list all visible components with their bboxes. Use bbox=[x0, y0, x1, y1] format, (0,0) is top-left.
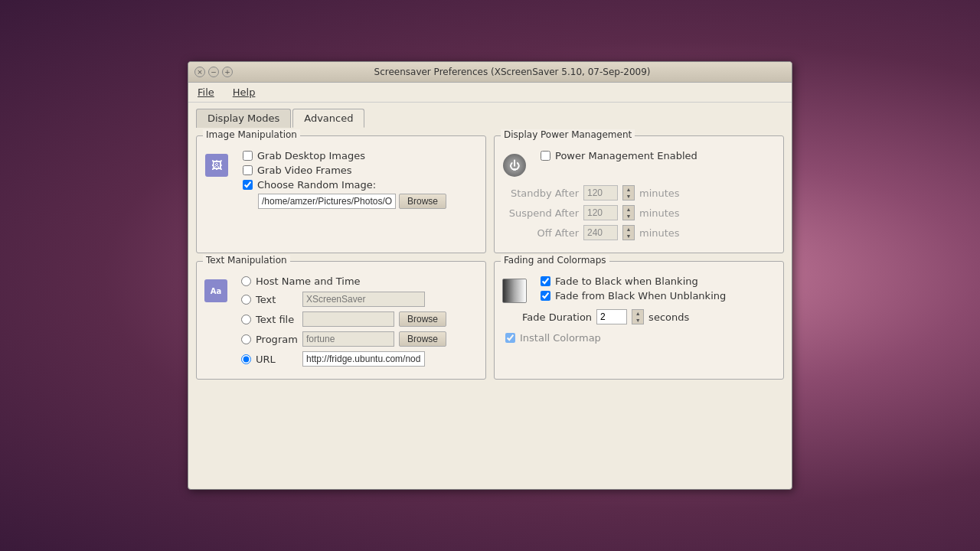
grab-desktop-checkbox[interactable] bbox=[243, 151, 253, 161]
text-input[interactable] bbox=[302, 292, 425, 307]
tab-display-modes[interactable]: Display Modes bbox=[196, 109, 291, 128]
off-down[interactable]: ▼ bbox=[623, 233, 634, 240]
off-up[interactable]: ▲ bbox=[623, 226, 634, 233]
choose-random-row: Choose Random Image: bbox=[243, 179, 446, 191]
text-options: Host Name and Time Text Text file Browse bbox=[241, 276, 478, 371]
text-manipulation-group: Text Manipulation Aa Host Name and Time … bbox=[196, 261, 486, 380]
fading-icon-area: Fade to Black when Blanking Fade from Bl… bbox=[502, 276, 776, 305]
install-colormap-checkbox[interactable] bbox=[505, 333, 515, 343]
power-enabled-checkbox[interactable] bbox=[541, 151, 550, 161]
off-row: Off After ▲ ▼ minutes bbox=[502, 225, 776, 240]
fade-from-black-checkbox[interactable] bbox=[541, 291, 550, 301]
standby-input[interactable] bbox=[583, 185, 618, 201]
fade-duration-row: Fade Duration ▲ ▼ seconds bbox=[522, 309, 776, 324]
fade-duration-label: Fade Duration bbox=[522, 311, 592, 323]
grab-desktop-row: Grab Desktop Images bbox=[243, 150, 446, 161]
image-icon: 🖼 bbox=[204, 153, 229, 178]
image-path-row: Browse bbox=[258, 194, 446, 209]
grab-video-row: Grab Video Frames bbox=[243, 165, 446, 176]
main-window: × − + Screensaver Preferences (XScreenSa… bbox=[188, 61, 792, 490]
power-icon-area: ⏻ Power Management Enabled bbox=[502, 150, 776, 178]
fading-label: Fading and Colormaps bbox=[501, 255, 609, 266]
fade-from-black-label: Fade from Black When Unblanking bbox=[555, 290, 726, 302]
text-radio[interactable] bbox=[241, 295, 251, 305]
text-manipulation-content: Aa Host Name and Time Text bbox=[204, 276, 478, 371]
maximize-button[interactable]: + bbox=[222, 67, 233, 77]
fade-duration-down[interactable]: ▼ bbox=[632, 317, 643, 324]
fade-duration-unit: seconds bbox=[648, 311, 689, 323]
url-input[interactable] bbox=[302, 351, 425, 367]
fading-content: Fade to Black when Blanking Fade from Bl… bbox=[502, 276, 776, 344]
fading-icon bbox=[502, 279, 527, 303]
text-label: Text bbox=[256, 294, 298, 305]
program-row: Program Browse bbox=[241, 331, 478, 347]
image-manipulation-group: Image Manipulation 🖼 Grab Desktop Images bbox=[196, 135, 486, 253]
program-radio[interactable] bbox=[241, 334, 251, 344]
off-input[interactable] bbox=[583, 225, 618, 240]
tabs-bar: Display Modes Advanced bbox=[188, 103, 792, 128]
install-colormap-label: Install Colormap bbox=[520, 332, 601, 344]
suspend-input[interactable] bbox=[583, 205, 618, 220]
title-bar: × − + Screensaver Preferences (XScreenSa… bbox=[188, 62, 792, 83]
close-button[interactable]: × bbox=[194, 67, 205, 77]
standby-label: Standby After bbox=[502, 187, 579, 199]
standby-unit: minutes bbox=[639, 187, 680, 199]
program-label: Program bbox=[256, 334, 298, 345]
off-spinner: ▲ ▼ bbox=[622, 225, 635, 240]
fade-to-black-label: Fade to Black when Blanking bbox=[555, 276, 698, 287]
image-browse-button[interactable]: Browse bbox=[399, 194, 446, 209]
fade-to-black-row: Fade to Black when Blanking bbox=[541, 276, 726, 287]
image-icon-area: 🖼 Grab Desktop Images Grab Video Frames bbox=[204, 150, 478, 209]
host-name-radio[interactable] bbox=[241, 276, 251, 286]
install-colormap-row: Install Colormap bbox=[505, 332, 776, 344]
window-title: Screensaver Preferences (XScreenSaver 5.… bbox=[239, 67, 786, 77]
minimize-button[interactable]: − bbox=[208, 67, 219, 77]
choose-random-label: Choose Random Image: bbox=[257, 179, 376, 191]
suspend-up[interactable]: ▲ bbox=[623, 206, 634, 213]
grab-video-label: Grab Video Frames bbox=[257, 165, 352, 176]
menu-bar: File Help bbox=[188, 83, 792, 103]
choose-random-checkbox[interactable] bbox=[243, 180, 253, 190]
fade-duration-up[interactable]: ▲ bbox=[632, 310, 643, 317]
image-manipulation-label: Image Manipulation bbox=[203, 129, 300, 140]
fading-group: Fading and Colormaps Fade to Black when … bbox=[494, 261, 784, 380]
power-icon: ⏻ bbox=[502, 153, 527, 178]
url-row: URL bbox=[241, 351, 478, 367]
text-file-input[interactable] bbox=[302, 311, 394, 327]
off-unit: minutes bbox=[639, 227, 680, 239]
display-power-content: ⏻ Power Management Enabled Standby After bbox=[502, 150, 776, 240]
host-name-label: Host Name and Time bbox=[256, 276, 361, 287]
text-file-radio[interactable] bbox=[241, 315, 251, 324]
program-input[interactable] bbox=[302, 331, 394, 347]
fade-to-black-checkbox[interactable] bbox=[541, 276, 550, 286]
tab-advanced[interactable]: Advanced bbox=[292, 109, 364, 128]
power-settings: Standby After ▲ ▼ minutes Suspend After … bbox=[502, 185, 776, 240]
image-path-input[interactable] bbox=[258, 194, 396, 209]
standby-up[interactable]: ▲ bbox=[623, 186, 634, 193]
image-checkboxes: Grab Desktop Images Grab Video Frames Ch… bbox=[243, 150, 446, 209]
text-file-row: Text file Browse bbox=[241, 311, 478, 327]
display-power-group: Display Power Management ⏻ Power Managem… bbox=[494, 135, 784, 253]
standby-spinner: ▲ ▼ bbox=[622, 185, 635, 201]
text-manipulation-label: Text Manipulation bbox=[203, 255, 290, 266]
text-file-label: Text file bbox=[256, 314, 298, 325]
fade-duration-input[interactable] bbox=[596, 309, 627, 324]
program-browse-button[interactable]: Browse bbox=[399, 331, 446, 347]
power-enabled-row: Power Management Enabled bbox=[541, 150, 697, 161]
help-menu[interactable]: Help bbox=[230, 85, 259, 99]
grab-video-checkbox[interactable] bbox=[243, 165, 253, 175]
suspend-label: Suspend After bbox=[502, 207, 579, 219]
suspend-down[interactable]: ▼ bbox=[623, 213, 634, 220]
suspend-row: Suspend After ▲ ▼ minutes bbox=[502, 205, 776, 220]
off-label: Off After bbox=[502, 227, 579, 239]
url-radio[interactable] bbox=[241, 354, 251, 364]
grab-desktop-label: Grab Desktop Images bbox=[257, 150, 365, 161]
text-file-browse-button[interactable]: Browse bbox=[399, 311, 446, 327]
text-row: Text bbox=[241, 292, 478, 307]
power-enabled-label: Power Management Enabled bbox=[555, 150, 697, 161]
window-controls: × − + bbox=[194, 67, 233, 77]
standby-down[interactable]: ▼ bbox=[623, 193, 634, 200]
fade-duration-spinner: ▲ ▼ bbox=[632, 309, 644, 324]
fade-from-black-row: Fade from Black When Unblanking bbox=[541, 290, 726, 302]
file-menu[interactable]: File bbox=[194, 85, 217, 99]
